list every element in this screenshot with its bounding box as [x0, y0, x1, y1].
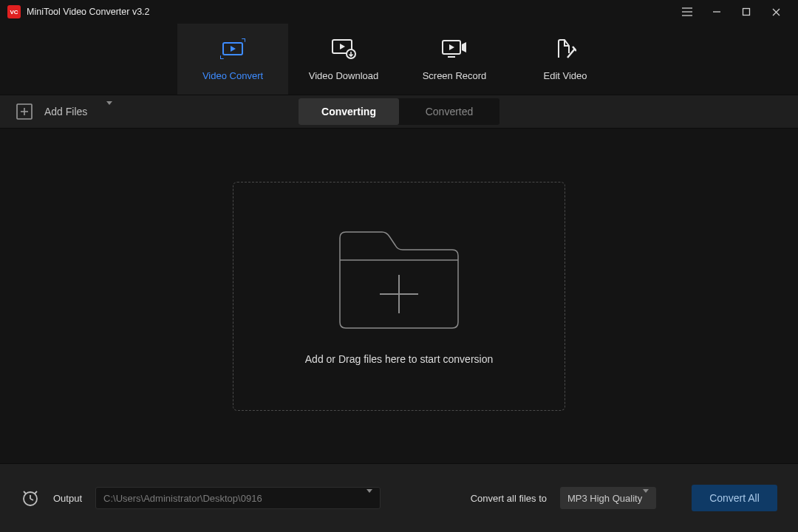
add-files-icon [15, 102, 34, 121]
app-logo-icon: VC [7, 5, 21, 18]
main-area: Add or Drag files here to start conversi… [0, 129, 798, 463]
recent-icon[interactable] [21, 488, 40, 508]
svg-text:VC: VC [10, 9, 18, 16]
output-label: Output [53, 493, 82, 504]
titlebar: VC MiniTool Video Converter v3.2 [0, 0, 798, 24]
screen-record-icon [441, 38, 468, 60]
tab-video-download[interactable]: Video Download [288, 24, 399, 95]
svg-line-24 [30, 499, 33, 500]
svg-marker-9 [231, 46, 236, 52]
add-files-label: Add Files [44, 106, 87, 117]
chevron-down-icon [366, 493, 372, 504]
svg-marker-11 [340, 44, 345, 50]
add-files-button[interactable]: Add Files [9, 99, 118, 124]
bottom-bar: Output C:\Users\Administrator\Desktop\09… [0, 463, 798, 532]
maximize-button[interactable] [732, 0, 761, 24]
convert-all-files-label: Convert all files to [471, 493, 547, 504]
tab-label: Edit Video [543, 70, 587, 81]
drop-zone[interactable]: Add or Drag files here to start conversi… [233, 182, 565, 411]
tab-label: Screen Record [423, 70, 487, 81]
tab-video-convert[interactable]: Video Convert [177, 24, 288, 95]
svg-marker-14 [449, 44, 454, 50]
svg-line-26 [35, 491, 37, 494]
format-selected-value: MP3 High Quality [567, 493, 643, 504]
app-title: MiniTool Video Converter v3.2 [27, 7, 150, 17]
menu-button[interactable] [672, 0, 702, 24]
chevron-down-icon [643, 493, 649, 504]
svg-line-25 [24, 491, 26, 494]
tab-edit-video[interactable]: Edit Video [510, 24, 621, 95]
svg-rect-5 [743, 9, 750, 16]
nav-tabs: Video Convert Video Download Screen Reco… [0, 24, 798, 95]
drop-prompt: Add or Drag files here to start conversi… [305, 353, 493, 365]
video-download-icon [331, 38, 356, 60]
folder-add-icon [336, 228, 462, 332]
tab-screen-record[interactable]: Screen Record [399, 24, 510, 95]
format-select[interactable]: MP3 High Quality [560, 487, 656, 509]
minimize-button[interactable] [702, 0, 732, 24]
output-path-select[interactable]: C:\Users\Administrator\Desktop\0916 [95, 487, 381, 509]
edit-video-icon [554, 38, 576, 60]
chevron-down-icon [106, 105, 112, 118]
tab-label: Video Convert [202, 70, 263, 81]
close-button[interactable] [761, 0, 791, 24]
subtab-converted[interactable]: Converted [399, 98, 499, 125]
video-convert-icon [220, 38, 245, 60]
sub-tabs: Converting Converted [299, 98, 499, 125]
toolbar: Add Files Converting Converted [0, 95, 798, 129]
subtab-converting[interactable]: Converting [299, 98, 399, 125]
output-path-value: C:\Users\Administrator\Desktop\0916 [103, 493, 366, 504]
convert-all-button[interactable]: Convert All [692, 485, 777, 511]
tab-label: Video Download [309, 70, 378, 81]
